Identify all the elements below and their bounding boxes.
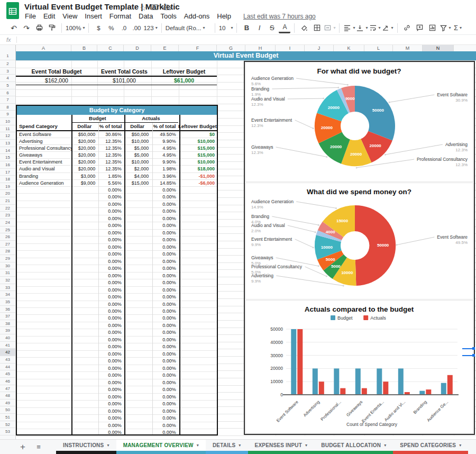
table-row-empty[interactable]: 0.00%0.00% <box>17 215 217 222</box>
cell-budget-dollar[interactable]: $9,000 <box>71 180 97 186</box>
cell-budget-pct[interactable]: 0.00% <box>97 401 124 407</box>
cell-actual-pct[interactable]: 4.95% <box>151 152 178 158</box>
format-percent-button[interactable]: % <box>105 22 117 34</box>
row-header-42[interactable]: 42 <box>0 349 15 356</box>
table-row-empty[interactable]: 0.00%0.00% <box>17 230 217 237</box>
row-header-21[interactable]: 21 <box>0 197 15 205</box>
cell-category[interactable]: Professional Consultancy <box>17 145 71 151</box>
row-header-37[interactable]: 37 <box>0 313 15 320</box>
bar-budget-1[interactable] <box>313 368 318 395</box>
selection-handle[interactable] <box>472 354 475 357</box>
cell-actual-pct[interactable]: 0.00% <box>151 322 178 329</box>
row-header-1[interactable]: 1 <box>0 51 15 60</box>
last-edit-link[interactable]: Last edit was 7 hours ago <box>243 13 316 20</box>
cell-budget-dollar[interactable]: $50,000 <box>71 131 97 138</box>
cell-leftover[interactable]: $18,000 <box>178 166 217 172</box>
cell-budget-dollar[interactable]: $20,000 <box>71 152 97 158</box>
table-row-empty[interactable]: 0.00%0.00% <box>17 386 217 393</box>
menu-insert[interactable]: Insert <box>81 11 106 21</box>
table-row-empty[interactable]: 0.00%0.00% <box>17 194 217 201</box>
cell-budget-dollar[interactable]: $20,000 <box>71 166 97 172</box>
table-row[interactable]: Audience Generation$9,0005.56%$15,00014.… <box>17 180 217 187</box>
table-row-empty[interactable]: 0.00%0.00% <box>17 273 217 279</box>
row-header-23[interactable]: 23 <box>0 212 15 219</box>
cell-budget-pct[interactable]: 12.35% <box>97 152 123 158</box>
cell-actual-pct[interactable]: 0.00% <box>151 337 178 343</box>
cell-actual-pct[interactable]: 0.00% <box>151 386 178 393</box>
table-row-empty[interactable]: 0.00%0.00% <box>17 429 217 436</box>
cell-actual-pct[interactable]: 0.00% <box>151 415 178 421</box>
cell-actual-pct[interactable]: 0.00% <box>151 244 178 250</box>
row-header-16[interactable]: 16 <box>0 161 15 169</box>
cell-budget-pct[interactable]: 0.00% <box>97 386 124 393</box>
cell-budget-pct[interactable]: 0.00% <box>97 358 124 364</box>
font-select[interactable]: Default (Ro...▾ <box>166 22 211 34</box>
cell-budget-dollar[interactable]: $20,000 <box>71 145 97 151</box>
table-row-empty[interactable]: 0.00%0.00% <box>17 258 217 265</box>
row-header-30[interactable]: 30 <box>0 262 15 270</box>
sheets-logo-icon[interactable] <box>6 2 20 22</box>
bar-actuals-3[interactable] <box>362 388 367 395</box>
more-formats-button[interactable]: 123▾ <box>143 22 157 34</box>
cell-category[interactable]: Audience Generation <box>17 180 71 186</box>
chart-card-2[interactable]: What did we spend money on?50000Event So… <box>245 183 473 299</box>
row-header-19[interactable]: 19 <box>0 183 15 190</box>
cell-leftover[interactable]: -$6,000 <box>178 180 217 186</box>
row-header-11[interactable]: 11 <box>0 125 15 133</box>
cell-actual-pct[interactable]: 0.00% <box>151 230 178 236</box>
row-header-47[interactable]: 47 <box>0 385 15 393</box>
insert-link-button[interactable] <box>401 22 413 34</box>
cell-actual-pct[interactable]: 0.00% <box>151 315 178 321</box>
row-header-43[interactable]: 43 <box>0 356 15 364</box>
cell-actual-pct[interactable]: 9.90% <box>151 138 178 144</box>
cell-actual-pct[interactable]: 0.00% <box>151 251 178 257</box>
cell-budget-pct[interactable]: 0.00% <box>97 415 124 421</box>
table-row[interactable]: Advertising$20,00012.35%$10,0009.90%$10,… <box>17 138 217 145</box>
table-row-empty[interactable]: 0.00%0.00% <box>17 337 217 343</box>
cell-budget-pct[interactable]: 0.00% <box>97 365 124 371</box>
row-header-3[interactable]: 3 <box>0 68 15 75</box>
row-header-22[interactable]: 22 <box>0 205 15 212</box>
cell-budget-pct[interactable]: 0.00% <box>97 337 124 343</box>
bar-actuals-1[interactable] <box>319 382 324 395</box>
cell-budget-pct[interactable]: 0.00% <box>97 265 124 271</box>
chart-card-1[interactable]: For what did we budget?50000Event Softwa… <box>245 62 473 182</box>
table-row-empty[interactable]: 0.00%0.00% <box>17 237 217 243</box>
cell-budget-pct[interactable]: 0.00% <box>97 294 124 300</box>
paint-format-button[interactable] <box>46 22 58 34</box>
row-header-8[interactable]: 8 <box>0 104 15 111</box>
cell-actual-dollar[interactable]: $5,000 <box>124 152 151 158</box>
bar-budget-5[interactable] <box>398 368 404 395</box>
table-row-empty[interactable]: 0.00%0.00% <box>17 322 217 329</box>
bar-actuals-7[interactable] <box>447 375 453 395</box>
table-row[interactable]: Event Entertainment$20,00012.35%$10,0009… <box>17 159 217 166</box>
menu-file[interactable]: File <box>21 11 40 21</box>
sheet-tab-management-overview[interactable]: MANAGEMENT OVERVIEW▾ <box>116 440 206 454</box>
pie-slice-event-software[interactable] <box>355 205 396 286</box>
cell-actual-pct[interactable]: 0.00% <box>151 372 178 378</box>
cell-budget-pct[interactable]: 12.35% <box>97 159 123 165</box>
increase-decimal-button[interactable]: .00 <box>131 22 142 34</box>
row-header-32[interactable]: 32 <box>0 277 15 284</box>
sheet-tab-details[interactable]: DETAILS▾ <box>206 440 248 454</box>
row-header-20[interactable]: 20 <box>0 190 15 197</box>
table-row[interactable]: Giveaways$20,00012.35%$5,0004.95%$15,000 <box>17 152 217 159</box>
cell-budget-pct[interactable]: 0.00% <box>97 408 124 414</box>
table-row-empty[interactable]: 0.00%0.00% <box>17 372 217 379</box>
pie-slice-event-software[interactable] <box>355 86 395 140</box>
table-row-empty[interactable]: 0.00%0.00% <box>17 201 217 208</box>
table-row[interactable]: Branding$3,0001.85%$4,0003.96%-$1,000 <box>17 173 217 180</box>
cell-actual-pct[interactable]: 0.00% <box>151 401 178 407</box>
row-header-41[interactable]: 41 <box>0 342 15 349</box>
cell-budget-pct[interactable]: 0.00% <box>97 422 124 429</box>
cell-budget-pct[interactable]: 0.00% <box>97 287 124 293</box>
row-header-2[interactable]: 2 <box>0 60 15 68</box>
cell-actual-pct[interactable]: 0.00% <box>151 201 178 207</box>
cell-actual-pct[interactable]: 0.00% <box>151 273 178 279</box>
cell-actual-dollar[interactable]: $10,000 <box>124 138 151 144</box>
cell-budget-dollar[interactable]: $3,000 <box>71 173 97 179</box>
cell-actual-pct[interactable]: 0.00% <box>151 237 178 243</box>
tab-menu-caret[interactable]: ▾ <box>107 443 109 448</box>
cell-actual-pct[interactable]: 0.00% <box>151 394 178 400</box>
table-row-empty[interactable]: 0.00%0.00% <box>17 394 217 401</box>
